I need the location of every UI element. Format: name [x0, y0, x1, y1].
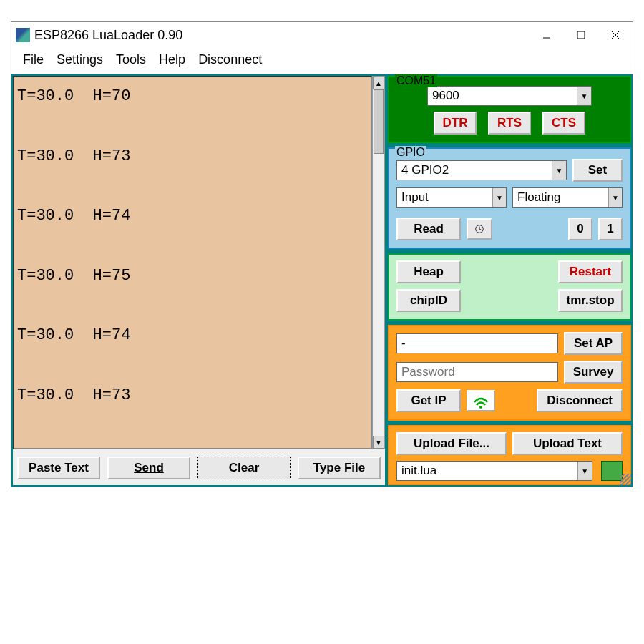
chipid-button[interactable]: chipID	[396, 289, 461, 312]
gpio-one-button[interactable]: 1	[598, 218, 623, 240]
baud-select[interactable]: ▼	[427, 86, 592, 106]
menubar: File Settings Tools Help Disconnect	[11, 48, 633, 74]
paste-text-button[interactable]: Paste Text	[17, 457, 100, 479]
chevron-down-icon[interactable]: ▼	[577, 87, 591, 105]
baud-value[interactable]	[428, 87, 577, 105]
chevron-down-icon[interactable]: ▼	[577, 462, 592, 480]
wifi-disconnect-button[interactable]: Disconnect	[537, 389, 623, 412]
password-input[interactable]	[396, 362, 558, 382]
ssid-input[interactable]	[396, 333, 558, 353]
menu-disconnect[interactable]: Disconnect	[198, 52, 262, 67]
gpio-pin-select[interactable]: ▼	[396, 160, 567, 180]
svg-point-7	[479, 406, 482, 409]
wifi-panel: Set AP Survey Get IP Disconnect	[388, 325, 631, 421]
get-ip-button[interactable]: Get IP	[396, 389, 461, 412]
chevron-down-icon[interactable]: ▼	[608, 188, 622, 207]
tmrstop-button[interactable]: tmr.stop	[558, 289, 623, 312]
cts-button[interactable]: CTS	[542, 112, 585, 135]
terminal-output[interactable]: T=30.0 H=70 T=30.0 H=73 T=30.0 H=74 T=30…	[13, 76, 372, 449]
restart-button[interactable]: Restart	[558, 260, 623, 283]
wifi-icon	[467, 390, 495, 411]
survey-button[interactable]: Survey	[564, 361, 623, 384]
titlebar: ESP8266 LuaLoader 0.90	[11, 22, 633, 48]
scroll-thumb[interactable]	[374, 89, 384, 154]
send-button[interactable]: Send	[107, 457, 190, 479]
gpio-set-button[interactable]: Set	[572, 159, 623, 182]
window-controls	[530, 24, 633, 46]
window-title: ESP8266 LuaLoader 0.90	[34, 28, 182, 43]
svg-line-6	[479, 229, 482, 230]
heap-panel: Heap Restart chipID tmr.stop	[388, 253, 631, 321]
dtr-button[interactable]: DTR	[434, 112, 477, 135]
gpio-mode-value[interactable]	[397, 188, 492, 207]
upload-file-button[interactable]: Upload File...	[396, 432, 507, 455]
terminal-scrollbar[interactable]: ▲ ▼	[372, 76, 385, 449]
gpio-pull-value[interactable]	[513, 188, 608, 207]
scroll-up-arrow[interactable]: ▲	[373, 77, 384, 89]
com-panel-title: COM51	[395, 74, 437, 87]
clear-button[interactable]: Clear	[197, 457, 291, 479]
gpio-zero-button[interactable]: 0	[568, 218, 592, 240]
gpio-pin-value[interactable]	[397, 161, 552, 180]
clock-icon	[475, 223, 484, 235]
upload-filename-value[interactable]	[397, 462, 577, 480]
svg-rect-1	[577, 31, 585, 39]
left-column: T=30.0 H=70 T=30.0 H=73 T=30.0 H=74 T=30…	[13, 76, 385, 485]
com-panel: COM51 ▼ DTR RTS CTS	[388, 76, 631, 143]
gpio-read-button[interactable]: Read	[396, 218, 461, 240]
gpio-mode-select[interactable]: ▼	[396, 187, 507, 208]
scroll-down-arrow[interactable]: ▼	[373, 436, 384, 449]
type-file-button[interactable]: Type File	[298, 457, 381, 479]
content-area: T=30.0 H=70 T=30.0 H=73 T=30.0 H=74 T=30…	[11, 74, 633, 487]
menu-tools[interactable]: Tools	[116, 52, 146, 67]
resize-grip[interactable]	[620, 474, 631, 485]
clock-icon-button[interactable]	[467, 218, 492, 240]
upload-panel: Upload File... Upload Text ▼	[388, 425, 631, 485]
menu-settings[interactable]: Settings	[57, 52, 103, 67]
gpio-panel: GPIO ▼ Set ▼ ▼	[388, 147, 631, 249]
gpio-panel-title: GPIO	[395, 146, 426, 159]
bottom-button-bar: Paste Text Send Clear Type File	[13, 449, 385, 485]
chevron-down-icon[interactable]: ▼	[552, 161, 566, 180]
heap-button[interactable]: Heap	[396, 260, 461, 283]
upload-text-button[interactable]: Upload Text	[512, 432, 623, 455]
gpio-pull-select[interactable]: ▼	[512, 187, 623, 208]
menu-file[interactable]: File	[23, 52, 44, 67]
app-window: ESP8266 LuaLoader 0.90 File Settings Too…	[11, 21, 633, 487]
right-column: COM51 ▼ DTR RTS CTS GPIO	[388, 76, 631, 485]
chevron-down-icon[interactable]: ▼	[492, 188, 506, 207]
upload-filename-select[interactable]: ▼	[396, 461, 592, 481]
close-button[interactable]	[598, 24, 633, 46]
menu-help[interactable]: Help	[159, 52, 185, 67]
rts-button[interactable]: RTS	[488, 112, 531, 135]
maximize-button[interactable]	[564, 24, 598, 46]
set-ap-button[interactable]: Set AP	[564, 332, 623, 355]
minimize-button[interactable]	[530, 24, 564, 46]
app-icon	[16, 28, 30, 42]
